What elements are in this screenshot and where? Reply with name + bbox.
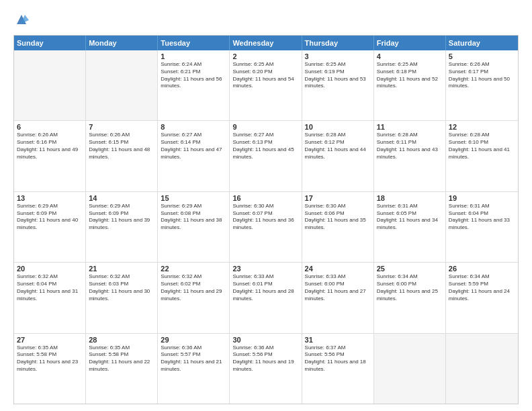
cell-info: Sunrise: 6:28 AM Sunset: 6:10 PM Dayligh… bbox=[449, 132, 515, 161]
calendar-cell-17: 17Sunrise: 6:30 AM Sunset: 6:06 PM Dayli… bbox=[302, 192, 374, 262]
weekday-header-friday: Friday bbox=[374, 36, 446, 50]
day-number: 9 bbox=[232, 123, 298, 131]
day-number: 14 bbox=[89, 194, 154, 202]
day-number: 22 bbox=[161, 265, 226, 273]
cell-info: Sunrise: 6:25 AM Sunset: 6:20 PM Dayligh… bbox=[232, 61, 298, 90]
cell-info: Sunrise: 6:26 AM Sunset: 6:16 PM Dayligh… bbox=[17, 132, 83, 161]
day-number: 28 bbox=[89, 336, 154, 344]
day-number: 16 bbox=[232, 194, 298, 202]
day-number: 23 bbox=[232, 265, 298, 273]
day-number: 2 bbox=[232, 52, 298, 60]
logo-icon bbox=[14, 12, 29, 27]
calendar-cell-3: 3Sunrise: 6:25 AM Sunset: 6:19 PM Daylig… bbox=[302, 50, 374, 120]
weekday-header-wednesday: Wednesday bbox=[230, 36, 302, 50]
cell-info: Sunrise: 6:32 AM Sunset: 6:02 PM Dayligh… bbox=[161, 273, 226, 302]
calendar-cell-empty-0-1 bbox=[86, 50, 158, 120]
calendar-cell-15: 15Sunrise: 6:29 AM Sunset: 6:08 PM Dayli… bbox=[158, 192, 230, 262]
cell-info: Sunrise: 6:33 AM Sunset: 6:01 PM Dayligh… bbox=[232, 273, 298, 302]
calendar-cell-empty-4-5 bbox=[374, 334, 446, 404]
day-number: 20 bbox=[17, 265, 83, 273]
calendar-cell-6: 6Sunrise: 6:26 AM Sunset: 6:16 PM Daylig… bbox=[14, 121, 86, 191]
cell-info: Sunrise: 6:35 AM Sunset: 5:58 PM Dayligh… bbox=[17, 345, 83, 373]
cell-info: Sunrise: 6:28 AM Sunset: 6:12 PM Dayligh… bbox=[305, 132, 371, 161]
calendar-cell-21: 21Sunrise: 6:32 AM Sunset: 6:03 PM Dayli… bbox=[86, 263, 158, 332]
day-number: 19 bbox=[449, 194, 515, 202]
weekday-header-saturday: Saturday bbox=[446, 36, 518, 50]
day-number: 5 bbox=[449, 52, 515, 60]
weekday-header-tuesday: Tuesday bbox=[158, 36, 230, 50]
cell-info: Sunrise: 6:34 AM Sunset: 5:59 PM Dayligh… bbox=[449, 273, 515, 302]
calendar-row-0: 1Sunrise: 6:24 AM Sunset: 6:21 PM Daylig… bbox=[14, 50, 518, 121]
day-number: 11 bbox=[377, 123, 443, 131]
day-number: 25 bbox=[377, 265, 443, 273]
calendar-cell-13: 13Sunrise: 6:29 AM Sunset: 6:09 PM Dayli… bbox=[14, 192, 86, 262]
weekday-header-monday: Monday bbox=[86, 36, 158, 50]
cell-info: Sunrise: 6:29 AM Sunset: 6:09 PM Dayligh… bbox=[89, 203, 154, 232]
calendar-cell-16: 16Sunrise: 6:30 AM Sunset: 6:07 PM Dayli… bbox=[230, 192, 302, 262]
calendar-cell-7: 7Sunrise: 6:26 AM Sunset: 6:15 PM Daylig… bbox=[86, 121, 158, 191]
cell-info: Sunrise: 6:28 AM Sunset: 6:11 PM Dayligh… bbox=[377, 132, 443, 161]
calendar-cell-empty-4-6 bbox=[446, 334, 518, 404]
calendar-cell-1: 1Sunrise: 6:24 AM Sunset: 6:21 PM Daylig… bbox=[158, 50, 230, 120]
calendar-cell-9: 9Sunrise: 6:27 AM Sunset: 6:13 PM Daylig… bbox=[230, 121, 302, 191]
calendar-cell-30: 30Sunrise: 6:36 AM Sunset: 5:56 PM Dayli… bbox=[230, 334, 302, 404]
cell-info: Sunrise: 6:25 AM Sunset: 6:18 PM Dayligh… bbox=[377, 61, 443, 90]
day-number: 12 bbox=[449, 123, 515, 131]
calendar-cell-18: 18Sunrise: 6:31 AM Sunset: 6:05 PM Dayli… bbox=[374, 192, 446, 262]
cell-info: Sunrise: 6:24 AM Sunset: 6:21 PM Dayligh… bbox=[161, 61, 226, 90]
calendar-cell-14: 14Sunrise: 6:29 AM Sunset: 6:09 PM Dayli… bbox=[86, 192, 158, 262]
calendar-row-2: 13Sunrise: 6:29 AM Sunset: 6:09 PM Dayli… bbox=[14, 192, 518, 263]
calendar-cell-20: 20Sunrise: 6:32 AM Sunset: 6:04 PM Dayli… bbox=[14, 263, 86, 332]
cell-info: Sunrise: 6:29 AM Sunset: 6:08 PM Dayligh… bbox=[161, 203, 226, 232]
calendar-cell-2: 2Sunrise: 6:25 AM Sunset: 6:20 PM Daylig… bbox=[230, 50, 302, 120]
calendar-cell-12: 12Sunrise: 6:28 AM Sunset: 6:10 PM Dayli… bbox=[446, 121, 518, 191]
cell-info: Sunrise: 6:31 AM Sunset: 6:04 PM Dayligh… bbox=[449, 203, 515, 232]
cell-info: Sunrise: 6:36 AM Sunset: 5:57 PM Dayligh… bbox=[161, 345, 226, 373]
calendar-cell-29: 29Sunrise: 6:36 AM Sunset: 5:57 PM Dayli… bbox=[158, 334, 230, 404]
cell-info: Sunrise: 6:26 AM Sunset: 6:15 PM Dayligh… bbox=[89, 132, 154, 161]
day-number: 4 bbox=[377, 52, 443, 60]
day-number: 24 bbox=[305, 265, 371, 273]
calendar: SundayMondayTuesdayWednesdayThursdayFrid… bbox=[13, 35, 519, 404]
day-number: 1 bbox=[161, 52, 226, 60]
cell-info: Sunrise: 6:25 AM Sunset: 6:19 PM Dayligh… bbox=[305, 61, 371, 90]
day-number: 29 bbox=[161, 336, 226, 344]
calendar-cell-4: 4Sunrise: 6:25 AM Sunset: 6:18 PM Daylig… bbox=[374, 50, 446, 120]
calendar-cell-31: 31Sunrise: 6:37 AM Sunset: 5:56 PM Dayli… bbox=[302, 334, 374, 404]
cell-info: Sunrise: 6:27 AM Sunset: 6:14 PM Dayligh… bbox=[161, 132, 226, 161]
calendar-cell-5: 5Sunrise: 6:26 AM Sunset: 6:17 PM Daylig… bbox=[446, 50, 518, 120]
day-number: 30 bbox=[232, 336, 298, 344]
calendar-cell-28: 28Sunrise: 6:35 AM Sunset: 5:58 PM Dayli… bbox=[86, 334, 158, 404]
calendar-cell-27: 27Sunrise: 6:35 AM Sunset: 5:58 PM Dayli… bbox=[14, 334, 86, 404]
day-number: 21 bbox=[89, 265, 154, 273]
calendar-cell-19: 19Sunrise: 6:31 AM Sunset: 6:04 PM Dayli… bbox=[446, 192, 518, 262]
weekday-header-thursday: Thursday bbox=[302, 36, 374, 50]
day-number: 3 bbox=[305, 52, 371, 60]
calendar-cell-25: 25Sunrise: 6:34 AM Sunset: 6:00 PM Dayli… bbox=[374, 263, 446, 332]
cell-info: Sunrise: 6:31 AM Sunset: 6:05 PM Dayligh… bbox=[377, 203, 443, 232]
cell-info: Sunrise: 6:26 AM Sunset: 6:17 PM Dayligh… bbox=[449, 61, 515, 90]
calendar-cell-11: 11Sunrise: 6:28 AM Sunset: 6:11 PM Dayli… bbox=[374, 121, 446, 191]
weekday-header-sunday: Sunday bbox=[14, 36, 86, 50]
day-number: 15 bbox=[161, 194, 226, 202]
cell-info: Sunrise: 6:30 AM Sunset: 6:07 PM Dayligh… bbox=[232, 203, 298, 232]
day-number: 6 bbox=[17, 123, 83, 131]
page: SundayMondayTuesdayWednesdayThursdayFrid… bbox=[0, 0, 532, 411]
logo bbox=[13, 12, 30, 28]
calendar-row-4: 27Sunrise: 6:35 AM Sunset: 5:58 PM Dayli… bbox=[14, 334, 518, 404]
day-number: 10 bbox=[305, 123, 371, 131]
calendar-body: 1Sunrise: 6:24 AM Sunset: 6:21 PM Daylig… bbox=[14, 50, 518, 404]
cell-info: Sunrise: 6:37 AM Sunset: 5:56 PM Dayligh… bbox=[305, 345, 371, 373]
day-number: 26 bbox=[449, 265, 515, 273]
calendar-cell-24: 24Sunrise: 6:33 AM Sunset: 6:00 PM Dayli… bbox=[302, 263, 374, 332]
day-number: 17 bbox=[305, 194, 371, 202]
cell-info: Sunrise: 6:32 AM Sunset: 6:04 PM Dayligh… bbox=[17, 273, 83, 302]
cell-info: Sunrise: 6:30 AM Sunset: 6:06 PM Dayligh… bbox=[305, 203, 371, 232]
calendar-cell-10: 10Sunrise: 6:28 AM Sunset: 6:12 PM Dayli… bbox=[302, 121, 374, 191]
day-number: 13 bbox=[17, 194, 83, 202]
cell-info: Sunrise: 6:32 AM Sunset: 6:03 PM Dayligh… bbox=[89, 273, 154, 302]
header bbox=[13, 12, 519, 28]
cell-info: Sunrise: 6:35 AM Sunset: 5:58 PM Dayligh… bbox=[89, 345, 154, 373]
day-number: 8 bbox=[161, 123, 226, 131]
cell-info: Sunrise: 6:36 AM Sunset: 5:56 PM Dayligh… bbox=[232, 345, 298, 373]
